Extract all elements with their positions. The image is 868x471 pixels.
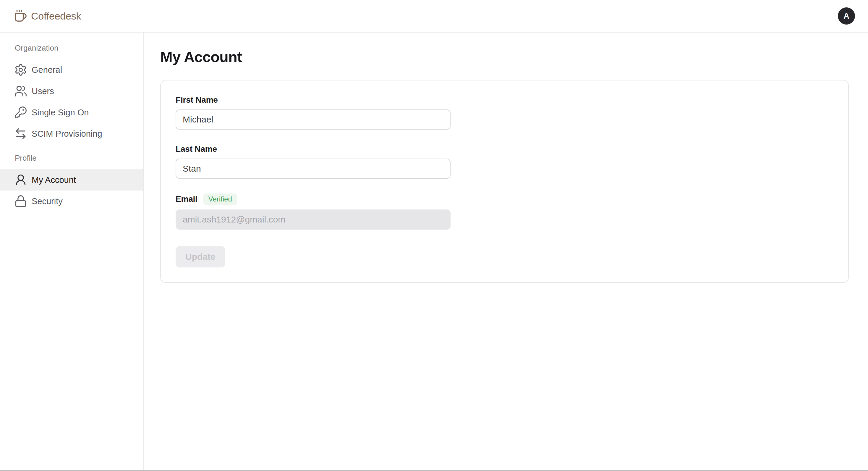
email-label-row: Email Verified (176, 194, 833, 205)
sidebar-item-label: Security (32, 197, 63, 206)
users-icon (14, 85, 27, 98)
email-verified-badge: Verified (204, 194, 237, 205)
sidebar-item-label: SCIM Provisioning (32, 129, 102, 139)
sidebar-item-label: Single Sign On (32, 108, 89, 117)
sidebar-item-general[interactable]: General (0, 59, 144, 81)
main-content: My Account First Name Last Name Email Ve… (144, 33, 868, 470)
app-body: OrganizationGeneralUsersSingle Sign OnSC… (0, 33, 868, 470)
avatar-initial: A (843, 11, 849, 21)
email-label: Email (176, 195, 197, 204)
sidebar-section-label: Profile (0, 152, 144, 164)
page: Coffeedesk A OrganizationGeneralUsersSin… (0, 0, 868, 471)
sidebar-section: OrganizationGeneralUsersSingle Sign OnSC… (0, 42, 144, 144)
sidebar-section: ProfileMy AccountSecurity (0, 152, 144, 212)
avatar[interactable]: A (838, 7, 855, 25)
last-name-input[interactable] (176, 158, 451, 179)
sidebar-item-my-account[interactable]: My Account (0, 169, 144, 190)
sidebar-item-label: Users (32, 86, 54, 96)
arrows-left-right-icon (14, 127, 27, 140)
last-name-label: Last Name (176, 144, 833, 154)
lock-icon (14, 195, 27, 208)
first-name-label: First Name (176, 95, 833, 105)
gear-icon (14, 63, 27, 76)
user-icon (14, 173, 27, 186)
app-title: Coffeedesk (31, 10, 81, 22)
email-field: Email Verified (176, 194, 833, 230)
coffee-cup-icon (13, 9, 27, 23)
page-title: My Account (160, 48, 868, 66)
sidebar-item-label: General (32, 65, 62, 75)
first-name-field: First Name (176, 95, 833, 129)
key-icon (14, 106, 27, 119)
last-name-field: Last Name (176, 144, 833, 179)
sidebar-item-users[interactable]: Users (0, 81, 144, 102)
email-input (176, 209, 451, 230)
sidebar-item-scim-provisioning[interactable]: SCIM Provisioning (0, 123, 144, 144)
sidebar-item-single-sign-on[interactable]: Single Sign On (0, 102, 144, 123)
first-name-input[interactable] (176, 110, 451, 129)
app-header: Coffeedesk A (0, 0, 868, 33)
sidebar: OrganizationGeneralUsersSingle Sign OnSC… (0, 33, 144, 470)
sidebar-section-label: Organization (0, 42, 144, 54)
update-button[interactable]: Update (176, 246, 225, 267)
sidebar-item-security[interactable]: Security (0, 190, 144, 212)
sidebar-item-label: My Account (32, 175, 76, 185)
account-card: First Name Last Name Email Verified Upda… (160, 80, 849, 283)
app-logo[interactable]: Coffeedesk (13, 9, 81, 23)
